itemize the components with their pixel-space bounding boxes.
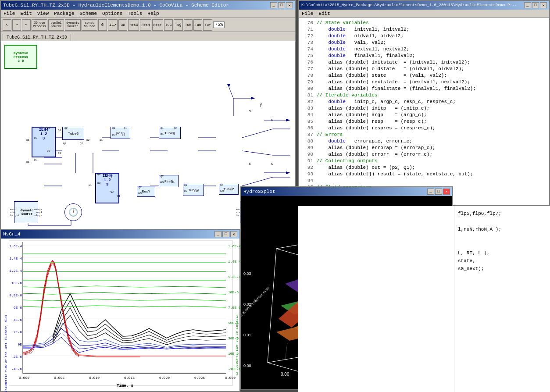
const-source-button[interactable]: constSource	[82, 19, 97, 31]
port-q2-tg1: Q2	[64, 127, 68, 130]
code-line-77: 77 alias (double) oldstate = (oldval1, o…	[301, 66, 547, 72]
ieh-block-2[interactable]: IEH41-23	[95, 173, 119, 203]
port-q2-ieh2: Q2	[111, 190, 114, 193]
right-code-line-5: L, RT, L ],	[458, 249, 546, 257]
code-menubar: File Edit	[299, 10, 549, 18]
plot3d-close[interactable]: ✕	[443, 189, 450, 195]
code-content-area[interactable]: 70// State variables 71 double initval1,…	[299, 18, 549, 205]
menu-tools[interactable]: Tools	[125, 11, 145, 17]
port-p2e-tz: p2e	[220, 189, 225, 192]
port-q3-ieh1: Q3	[47, 150, 50, 153]
port-p3-ieh1: p3	[34, 158, 37, 161]
dynamic-source-button[interactable]: dynamicSource	[65, 19, 81, 31]
resg-button[interactable]: ResG	[128, 19, 139, 31]
ieh-block-1[interactable]: IEH41-23	[32, 127, 56, 157]
svg-text:0.00: 0.00	[243, 363, 251, 368]
code-line-84: 84 alias (double) argp = (argp_c);	[301, 112, 547, 118]
right-code-line-4	[458, 233, 546, 249]
s-label-top: s	[249, 109, 251, 114]
code-menu-file[interactable]: File	[299, 11, 316, 17]
svg-text:Time, s: Time, s	[117, 384, 133, 388]
close-button[interactable]: ✕	[286, 2, 293, 8]
redo-button[interactable]: ↪	[22, 19, 31, 31]
tuh-button[interactable]: TuH	[184, 19, 193, 31]
select-tool[interactable]: ↖	[3, 19, 11, 31]
minimize-button[interactable]: _	[270, 2, 277, 8]
3d-button[interactable]: 3D	[118, 19, 127, 31]
y-axis-left-label: Volumetric flow of the left silencer, m3…	[2, 315, 8, 392]
tuh2-button[interactable]: Tuh	[193, 19, 202, 31]
plot3d-minimize[interactable]: _	[427, 189, 434, 195]
svg-line-16	[242, 129, 273, 138]
svg-text:7.5E-6: 7.5E-6	[228, 306, 240, 310]
svg-text:-10E-6: -10E-6	[228, 367, 240, 371]
s-label-mid: s	[249, 162, 251, 166]
svg-text:0.00: 0.00	[281, 372, 289, 377]
code-line-80: 80 alias (double) finalstate = (finalval…	[301, 86, 547, 92]
svg-text:4E-6: 4E-6	[14, 318, 22, 322]
code-line-91: 91// Collecting outputs	[301, 158, 547, 164]
3d-dyn-process-button[interactable]: 3D dynProcess	[32, 19, 47, 31]
svg-text:1.2E-4: 1.2E-4	[9, 269, 22, 273]
plot3d-title: HydroS3plot	[243, 189, 275, 194]
menu-help[interactable]: Help	[145, 11, 161, 17]
msgr-close[interactable]: ✕	[230, 231, 237, 237]
undo-button[interactable]: ↩	[12, 19, 21, 31]
right-code-line-6: state,	[458, 257, 546, 265]
chart-button[interactable]: ıı↗	[108, 19, 118, 31]
svg-text:0.010: 0.010	[89, 376, 100, 380]
code-close[interactable]: ✕	[540, 2, 547, 8]
p2-label-1: p2	[86, 139, 89, 142]
code-line-82: 82 double initp_c, argp_c, resp_c, respr…	[301, 99, 547, 105]
code-window-controls: _ □ ✕	[524, 2, 547, 8]
clock-block[interactable]: 🕐	[64, 203, 82, 221]
menu-options[interactable]: Options	[100, 11, 125, 17]
svg-text:1.4E-4: 1.4E-4	[228, 260, 240, 264]
code-maximize[interactable]: □	[532, 2, 539, 8]
menu-package[interactable]: Package	[51, 11, 77, 17]
resh-button[interactable]: ResH	[140, 19, 151, 31]
port-q2-tb2: Q2	[174, 127, 177, 130]
msgr-plot-area: Volumetric flow of the left silencer, m3…	[1, 239, 239, 391]
svg-text:10E-6: 10E-6	[11, 281, 22, 285]
scheme-titlebar: TubeG_Sil_RY_TH_TZ_2x3D - HydraulicEleme…	[1, 1, 295, 10]
tug-button[interactable]: TuG	[164, 19, 173, 31]
menu-edit[interactable]: Edit	[18, 11, 34, 17]
y-label-top: y	[260, 103, 262, 107]
svg-text:2E-6: 2E-6	[14, 330, 22, 334]
code-line-72: 72 double oldval1, oldval2;	[301, 33, 547, 39]
code-line-78: 78 alias (double) state = (val1, val2);	[301, 72, 547, 79]
menu-file[interactable]: File	[1, 11, 18, 17]
svg-text:10E-6: 10E-6	[228, 352, 239, 356]
dynamic-process-block[interactable]: dynamicProcess3 D	[4, 45, 37, 69]
svg-text:30E-6: 30E-6	[228, 336, 239, 340]
scheme-tab[interactable]: TubeG_Sil_RY_TH_TZ_2x3D	[3, 34, 71, 41]
dynamic-source-1[interactable]: meanstepheight dynamicSource omegaamplsl…	[14, 201, 38, 223]
msgr-maximize[interactable]: □	[222, 231, 229, 237]
svg-text:0.000: 0.000	[19, 376, 29, 380]
right-code-line-2	[458, 217, 546, 225]
scheme-toolbar: ↖ ↩ ↪ 3D dynProcess dynSelSource dynamic…	[1, 18, 295, 32]
svg-text:1.6E-4: 1.6E-4	[228, 244, 240, 248]
msgr-minimize[interactable]: _	[214, 231, 221, 237]
code-minimize[interactable]: _	[524, 2, 531, 8]
plot3d-maximize[interactable]: □	[435, 189, 442, 195]
resy-button[interactable]: ResY	[152, 19, 163, 31]
svg-line-18	[242, 177, 273, 186]
menu-scheme[interactable]: Scheme	[77, 11, 100, 17]
tuy-button[interactable]: TuY	[203, 19, 212, 31]
zoom-level[interactable]: 75%	[213, 21, 225, 28]
code-line-88: 88 double errorap_c, errorr_c;	[301, 138, 547, 145]
menu-view[interactable]: View	[35, 11, 51, 17]
svg-text:10E-6: 10E-6	[228, 290, 239, 294]
scheme-title: TubeG_Sil_RY_TH_TZ_2x3D - HydraulicEleme…	[3, 3, 229, 8]
port-p1e-th: p1e	[194, 189, 199, 192]
tug2-button[interactable]: Tuǵ	[174, 19, 182, 31]
code-title: K:\CoCoViLa\2015_Hydro_Packages\Hydrauli…	[301, 3, 517, 7]
dynsel-source-button[interactable]: dynSelSource	[48, 19, 64, 31]
port-q2-th: Q2	[184, 184, 187, 187]
code-menu-edit[interactable]: Edit	[316, 11, 332, 17]
timer-button[interactable]: ⏱	[98, 19, 107, 31]
code-line-89: 89 alias (double) errorap = (errorap_c);	[301, 145, 547, 151]
maximize-button[interactable]: □	[278, 2, 285, 8]
